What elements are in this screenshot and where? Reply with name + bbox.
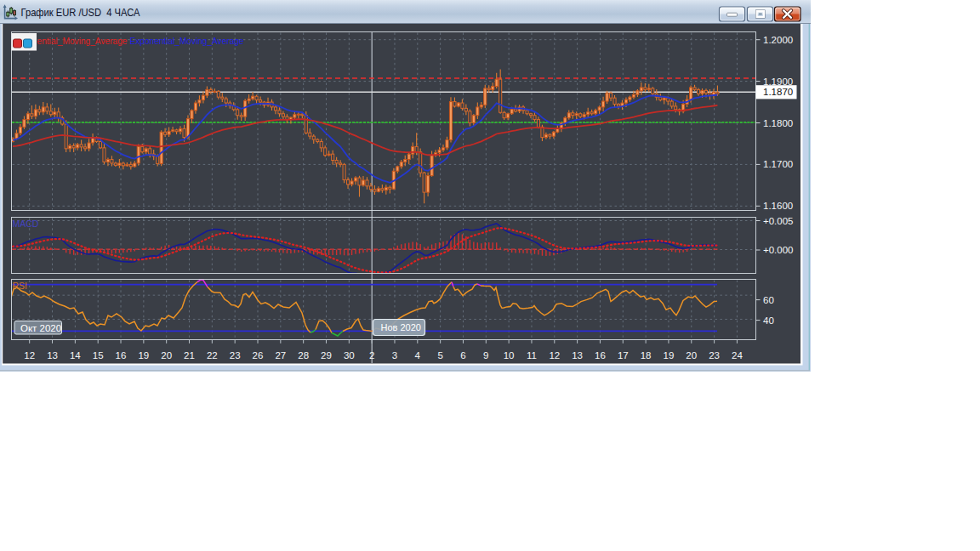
svg-text:4: 4 — [415, 350, 421, 361]
svg-text:+0.000: +0.000 — [763, 245, 794, 255]
svg-text:29: 29 — [321, 350, 332, 361]
svg-text:27: 27 — [275, 350, 286, 361]
svg-text:6: 6 — [460, 350, 465, 361]
svg-text:40: 40 — [763, 315, 774, 326]
svg-text:ential_Moving_Average: ential_Moving_Average — [37, 36, 128, 46]
svg-text:20: 20 — [686, 350, 697, 361]
svg-text:RSI: RSI — [13, 281, 28, 291]
svg-text:18: 18 — [641, 350, 652, 361]
svg-text:3: 3 — [392, 350, 397, 361]
svg-text:30: 30 — [344, 350, 355, 361]
svg-text:24: 24 — [732, 350, 743, 361]
svg-text:20: 20 — [161, 350, 172, 361]
svg-text:23: 23 — [230, 350, 241, 361]
svg-text:14: 14 — [70, 350, 81, 361]
svg-text:17: 17 — [618, 350, 629, 361]
svg-text:16: 16 — [116, 350, 127, 361]
svg-text:Нов 2020: Нов 2020 — [381, 322, 421, 332]
svg-text:9: 9 — [483, 350, 488, 361]
svg-text:5: 5 — [437, 350, 442, 361]
svg-text:1.1900: 1.1900 — [763, 77, 793, 87]
svg-text:График EUR /USD 4 ЧАСА: График EUR /USD 4 ЧАСА — [21, 6, 140, 19]
svg-text:19: 19 — [664, 350, 675, 361]
svg-text:1.2000: 1.2000 — [763, 35, 793, 45]
svg-text:23: 23 — [709, 350, 720, 361]
svg-text:1.1800: 1.1800 — [763, 118, 793, 128]
svg-text:21: 21 — [184, 350, 195, 361]
svg-text:26: 26 — [253, 350, 264, 361]
svg-text:60: 60 — [763, 295, 774, 305]
svg-text:1.1600: 1.1600 — [763, 201, 793, 211]
svg-text:10: 10 — [504, 350, 515, 361]
svg-text:Окт 2020: Окт 2020 — [20, 323, 61, 333]
svg-text:13: 13 — [572, 350, 583, 361]
svg-text:12: 12 — [24, 350, 35, 361]
svg-text:13: 13 — [47, 350, 58, 361]
svg-text:22: 22 — [207, 350, 218, 361]
svg-text:16: 16 — [595, 350, 606, 361]
svg-text:15: 15 — [93, 350, 104, 361]
svg-text:2: 2 — [369, 350, 374, 361]
svg-text:+0.005: +0.005 — [763, 216, 794, 226]
svg-text:1.1870: 1.1870 — [763, 87, 793, 97]
svg-text:19: 19 — [138, 350, 149, 361]
svg-text:11: 11 — [527, 350, 537, 361]
svg-text:1.1700: 1.1700 — [763, 159, 793, 169]
svg-text:28: 28 — [298, 350, 309, 361]
svg-text:12: 12 — [549, 350, 560, 361]
svg-text:MACD: MACD — [13, 219, 39, 229]
svg-text:Exponential_Moving_Average: Exponential_Moving_Average — [130, 36, 244, 46]
